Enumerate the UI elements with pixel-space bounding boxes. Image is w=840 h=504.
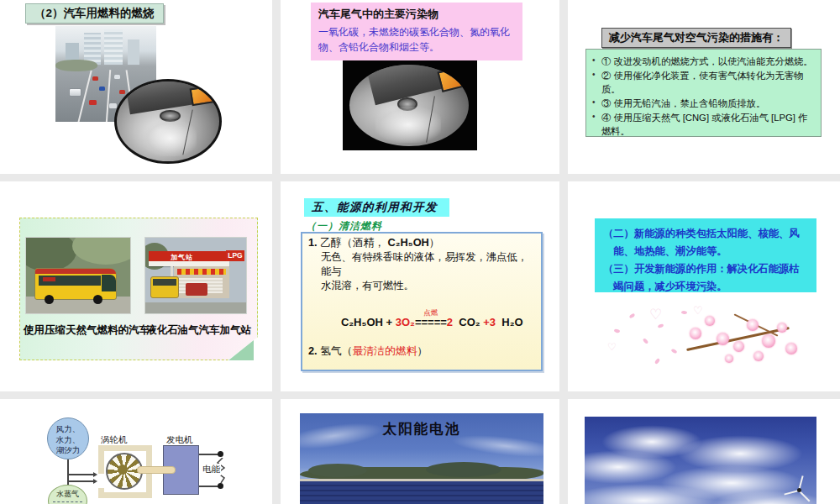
- wind-turbine-icon: [785, 475, 815, 504]
- clean-fuel-box: 1. 乙醇（酒精， C₂H₅OH） 无色、有特殊香味的液体，易挥发，沸点低，能与…: [301, 232, 543, 371]
- turn-signal-light: [437, 65, 469, 92]
- trees: [55, 60, 97, 71]
- petal: [658, 323, 664, 328]
- turbine-label: 涡轮机: [101, 434, 128, 446]
- turn-signal-light: [189, 84, 218, 106]
- turbine-inlet: [98, 474, 104, 488]
- ground: [145, 302, 246, 314]
- drive-shaft: [137, 466, 176, 474]
- slide-thumb-pollution-measures[interactable]: 减少汽车尾气对空气污染的措施有： • ① 改进发动机的燃烧方式，以使汽油能充分燃…: [568, 0, 840, 174]
- new-energy-box: （二）新能源的种类包括太阳能、核能、风能、地热能、潮汐能等。 （三）开发新能源的…: [595, 218, 816, 292]
- blossom: [733, 341, 744, 352]
- steam-water-node: 水蒸气 水: [48, 485, 87, 504]
- arrowhead-icon: [93, 479, 97, 484]
- car: [109, 103, 117, 108]
- terminal-dot: [218, 483, 223, 489]
- slide-thumb-wind-energy[interactable]: [568, 399, 840, 504]
- caption-cng-bus: 使用压缩天然气燃料的汽车: [24, 323, 150, 338]
- list-item: • ② 使用催化净化装置，使有害气体转化为无害物质。: [592, 69, 816, 96]
- ethanol-heading: 1. 乙醇（酒精， C₂H₅OH）: [308, 236, 535, 250]
- red-truck: [186, 283, 207, 296]
- list-item: • ③ 使用无铅汽油，禁止含铅物质排放。: [592, 97, 816, 110]
- cng-bus-photo: [25, 237, 131, 314]
- car: [92, 76, 98, 81]
- dashed-divider: [53, 501, 82, 502]
- arrowhead-icon: [93, 472, 97, 477]
- petal: [681, 310, 688, 314]
- bus-windows: [153, 279, 176, 286]
- slide-thumb-energy-utilization[interactable]: 五、能源的利用和开发 （一）清洁燃料 1. 乙醇（酒精， C₂H₅OH） 无色、…: [281, 181, 559, 391]
- caption-lpg-station: 液化石油气汽车加气站: [146, 323, 251, 338]
- section-title: 五、能源的利用和开发: [304, 198, 449, 217]
- petal: [654, 358, 661, 365]
- list-item: • ① 改进发动机的燃烧方式，以使汽油能充分燃烧。: [592, 55, 816, 68]
- slide-thumb-new-energy[interactable]: （二）新能源的种类包括太阳能、核能、风能、地热能、潮汐能等。 （三）开发新能源的…: [568, 181, 840, 391]
- measures-list-box: • ① 改进发动机的燃烧方式，以使汽油能充分燃烧。 • ② 使用催化净化装置，使…: [585, 49, 822, 137]
- generator-label: 发电机: [166, 434, 193, 446]
- bus-wheel: [93, 295, 102, 304]
- arrow-line: [68, 474, 93, 475]
- arrow-line: [68, 480, 93, 482]
- new-energy-purpose: （三）开发新能源的作用：解决化石能源枯竭问题，减少环境污染。: [603, 260, 808, 296]
- car: [114, 75, 120, 79]
- petal: [643, 338, 649, 344]
- building: [128, 39, 139, 65]
- slide-thumb-exhaust-pollutants[interactable]: 汽车尾气中的主要污染物 一氧化碳，未燃烧的碳氢化合物、氮的氧化物、含铅化合物和烟…: [281, 0, 559, 174]
- connector-line: [67, 459, 69, 486]
- electric-energy-label: 电能: [202, 464, 221, 475]
- car: [99, 87, 105, 91]
- slide-thumb-solar-cell[interactable]: 太阳能电池: [281, 399, 559, 504]
- turbine-hub: [797, 488, 801, 492]
- bus-led-sign: [43, 277, 55, 281]
- bullet-icon: •: [592, 97, 601, 110]
- foliage: [25, 237, 76, 271]
- heart-icon: ♡: [649, 306, 662, 323]
- blossom: [762, 334, 775, 348]
- terminal-dot: [218, 451, 223, 457]
- foliage: [72, 237, 131, 265]
- bullet-icon: •: [592, 69, 601, 96]
- petal: [614, 328, 621, 333]
- solar-cell-caption: 太阳能电池: [300, 420, 543, 438]
- turbine-hub: [118, 465, 128, 475]
- ethanol-description: 无色、有特殊香味的液体，易挥发，沸点低，能与 水混溶，有可燃性。: [321, 250, 535, 293]
- bullet-icon: •: [592, 55, 601, 68]
- exhaust-pipe-inset-photo: [114, 79, 222, 164]
- bus-wheel: [45, 295, 54, 304]
- hill-bump: [426, 462, 501, 477]
- energy-source-node: 风力、 水力、 潮汐力: [47, 417, 89, 459]
- slide-thumb-power-generation-diagram[interactable]: 风力、 水力、 潮汐力 水蒸气 水 涡轮机 发电机 电能: [0, 399, 272, 504]
- van: [69, 88, 81, 97]
- blossom: [747, 319, 759, 331]
- ignition-condition: 点燃: [423, 308, 438, 318]
- blossom: [705, 316, 715, 326]
- slide-thumb-fuel-combustion[interactable]: （2）汽车用燃料的燃烧: [0, 0, 272, 174]
- exhaust-oval: [349, 65, 469, 146]
- measures-title: 减少汽车尾气对空气污染的措施有：: [601, 28, 791, 48]
- blossom: [785, 343, 797, 354]
- blossom: [753, 351, 764, 361]
- solar-cell-photo: 太阳能电池: [300, 413, 543, 504]
- lpg-station-photo: 加气站 LPG: [144, 237, 247, 314]
- heart-icon: ♡: [607, 341, 617, 353]
- solar-panel-water: [300, 481, 543, 504]
- blossom: [717, 333, 729, 345]
- blossom-branch-illustration: ♡ ♡ ♡: [606, 304, 803, 375]
- list-item: • ④ 使用压缩天然气 [CNG] 或液化石油气 [LPG] 作燃料。: [592, 111, 816, 138]
- pollutants-box-title: 汽车尾气中的主要污染物: [318, 7, 515, 22]
- building: [104, 29, 123, 65]
- slide-thumb-cng-lpg-vehicles[interactable]: 加气站 LPG 使用压缩天然气燃料的汽车 液化石油气汽车加气站: [0, 181, 272, 391]
- shop-sign: [177, 269, 226, 275]
- lpg-sign: LPG: [226, 250, 244, 261]
- bus-front: [102, 275, 116, 291]
- car: [89, 100, 97, 105]
- road-lane-line: [106, 70, 111, 122]
- petal: [670, 348, 677, 354]
- heart-icon: ♡: [693, 304, 703, 317]
- blossom: [777, 323, 787, 333]
- clouds-wind-turbine-photo: [585, 417, 816, 504]
- blossom: [725, 354, 733, 363]
- blossom: [690, 328, 701, 339]
- vehicle-photos-panel: 加气站 LPG 使用压缩天然气燃料的汽车 液化石油气汽车加气站: [19, 218, 258, 360]
- hill-bump: [308, 464, 367, 477]
